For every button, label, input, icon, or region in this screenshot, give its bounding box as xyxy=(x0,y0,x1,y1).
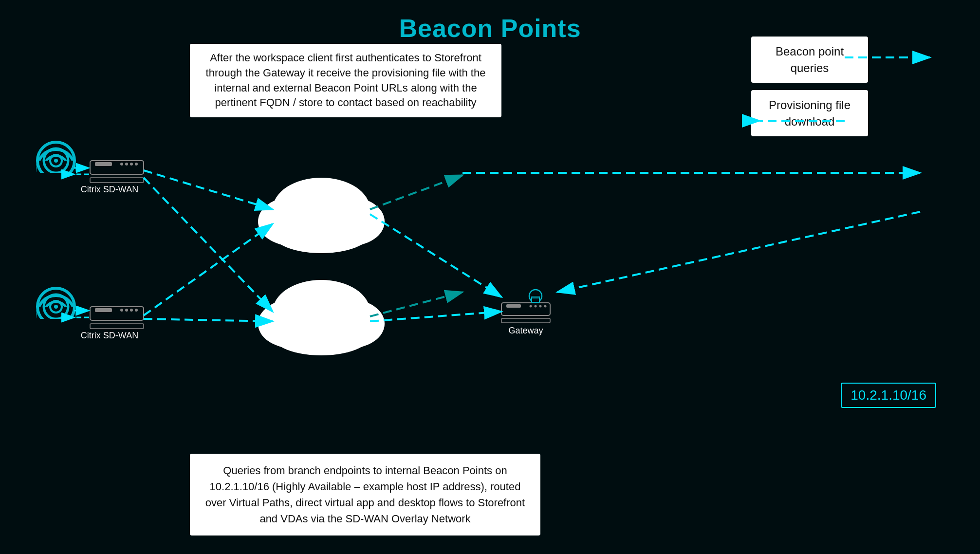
svg-rect-39 xyxy=(501,303,550,315)
svg-rect-13 xyxy=(90,161,144,174)
svg-rect-25 xyxy=(37,307,75,321)
bottom-info-box: Queries from branch endpoints to interna… xyxy=(190,454,540,536)
citrix-icon-bottom xyxy=(37,288,75,338)
svg-point-22 xyxy=(44,302,68,326)
svg-point-58 xyxy=(273,316,370,355)
provisioning-download-box: Provisioning file download xyxy=(751,90,868,136)
svg-point-23 xyxy=(50,308,62,320)
svg-point-4 xyxy=(44,156,68,180)
svg-rect-12 xyxy=(37,173,75,192)
svg-point-54 xyxy=(273,214,370,253)
svg-point-42 xyxy=(535,305,537,308)
svg-point-18 xyxy=(135,163,138,166)
arrow-right-to-gateway xyxy=(557,212,920,292)
arrow-cloud-top-to-right xyxy=(370,175,462,209)
svg-point-53 xyxy=(316,197,385,246)
svg-point-55 xyxy=(273,280,370,343)
svg-point-29 xyxy=(54,305,58,309)
svg-point-27 xyxy=(44,295,68,319)
svg-point-44 xyxy=(544,305,547,308)
svg-point-35 xyxy=(130,309,133,312)
svg-point-17 xyxy=(130,163,133,166)
svg-point-16 xyxy=(125,163,128,166)
arrow-cloud-bottom-to-gateway xyxy=(370,312,501,321)
svg-point-46 xyxy=(529,290,542,302)
svg-rect-14 xyxy=(95,162,112,166)
svg-rect-48 xyxy=(532,296,539,302)
svg-point-34 xyxy=(125,309,128,312)
svg-rect-40 xyxy=(506,304,521,308)
svg-point-57 xyxy=(316,299,385,348)
svg-point-52 xyxy=(258,197,326,246)
svg-point-26 xyxy=(37,288,74,325)
ip-address-box: 10.2.1.10/16 xyxy=(841,383,936,408)
svg-rect-31 xyxy=(90,307,144,320)
arrow-sdwan-top-to-cloud-bottom xyxy=(144,178,273,312)
cloud-bottom xyxy=(258,280,385,355)
svg-point-15 xyxy=(120,163,123,166)
svg-point-11 xyxy=(54,159,58,163)
svg-point-5 xyxy=(50,162,62,174)
arrow-sdwan-bottom-to-cloud-bottom xyxy=(144,319,273,321)
router-bottom: Citrix SD-WAN xyxy=(81,307,144,340)
arrow-sdwan-bottom-to-cloud-top xyxy=(144,224,273,315)
svg-rect-7 xyxy=(37,161,75,175)
arrow-sdwan-top-to-cloud-top xyxy=(144,170,273,209)
svg-point-36 xyxy=(135,309,138,312)
svg-point-56 xyxy=(258,299,326,348)
svg-text:Citrix SD-WAN: Citrix SD-WAN xyxy=(81,185,138,194)
svg-point-3 xyxy=(37,149,74,186)
svg-text:Citrix SD-WAN: Citrix SD-WAN xyxy=(81,331,138,340)
svg-point-6 xyxy=(54,166,58,170)
svg-point-51 xyxy=(273,178,370,241)
svg-rect-45 xyxy=(501,318,550,323)
svg-point-9 xyxy=(44,148,68,173)
arrow-cloud-top-to-gateway xyxy=(370,214,501,297)
arrow-cloud-bottom-to-right xyxy=(370,292,462,316)
svg-point-28 xyxy=(50,301,62,313)
svg-rect-32 xyxy=(95,308,112,312)
svg-rect-30 xyxy=(37,319,75,338)
gateway-device: Gateway xyxy=(501,290,550,335)
svg-point-8 xyxy=(37,142,74,179)
svg-point-41 xyxy=(530,305,532,308)
cloud-top xyxy=(258,178,385,253)
svg-point-21 xyxy=(37,295,74,332)
router-top: Citrix SD-WAN xyxy=(81,161,144,194)
svg-point-24 xyxy=(54,312,58,316)
svg-point-43 xyxy=(539,305,542,308)
svg-rect-49 xyxy=(532,298,539,302)
center-info-box: After the workspace client first authent… xyxy=(190,44,501,117)
citrix-icon-top xyxy=(37,142,75,192)
svg-rect-37 xyxy=(90,324,144,329)
svg-point-33 xyxy=(120,309,123,312)
svg-rect-19 xyxy=(90,178,144,183)
svg-point-10 xyxy=(50,155,62,166)
beacon-queries-box: Beacon point queries xyxy=(751,37,868,83)
svg-rect-47 xyxy=(532,296,539,302)
svg-text:Gateway: Gateway xyxy=(508,326,543,335)
